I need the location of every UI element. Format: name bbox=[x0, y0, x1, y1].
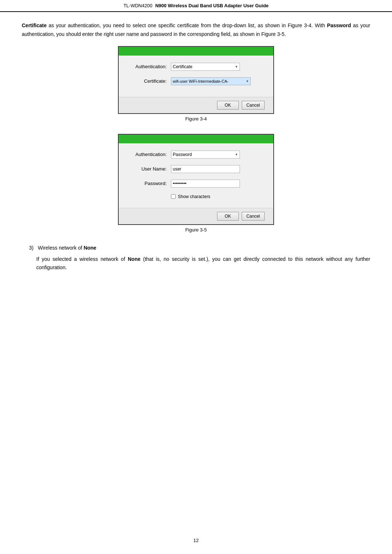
figure4-cert-select[interactable]: wifi-user WiFi-Intermediate-CA- bbox=[171, 77, 251, 85]
figure5-cancel-button[interactable]: Cancel bbox=[242, 212, 265, 221]
figure5-password-label: Password: bbox=[127, 181, 171, 186]
figure5-username-row: User Name: bbox=[127, 165, 265, 173]
none-bold-heading: None bbox=[83, 245, 96, 251]
figure4-body: Authentication: Certificate Password Non… bbox=[119, 56, 273, 97]
figure5-auth-row: Authentication: Certificate Password Non… bbox=[127, 151, 265, 159]
figure5-ok-button[interactable]: OK bbox=[217, 212, 239, 221]
page-container: TL-WDN4200 N900 Wireless Dual Band USB A… bbox=[0, 0, 392, 554]
figure5-showchars-row: Show characters bbox=[127, 194, 265, 199]
header-model: TL-WDN4200 bbox=[123, 3, 152, 8]
intro-text-1: as your authentication, you need to sele… bbox=[49, 22, 327, 28]
page-number: 12 bbox=[0, 538, 392, 543]
figure5-auth-select-wrapper[interactable]: Certificate Password None bbox=[171, 151, 240, 159]
figure4-auth-control[interactable]: Certificate Password None bbox=[171, 63, 265, 71]
figure4-auth-row: Authentication: Certificate Password Non… bbox=[127, 63, 265, 71]
section3-heading-text: Wireless network of None bbox=[38, 245, 96, 251]
figure5-footer: OK Cancel bbox=[119, 208, 273, 224]
figure5-auth-select[interactable]: Certificate Password None bbox=[171, 151, 240, 159]
none-bold-body: None bbox=[128, 256, 140, 262]
figure5-body: Authentication: Certificate Password Non… bbox=[119, 143, 273, 208]
figure5-username-input[interactable] bbox=[171, 165, 240, 173]
figure5-username-control[interactable] bbox=[171, 165, 265, 173]
page-header: TL-WDN4200 N900 Wireless Dual Band USB A… bbox=[0, 0, 392, 12]
figure4-cancel-button[interactable]: Cancel bbox=[242, 101, 265, 110]
cert-bold-1: Certificate bbox=[22, 22, 46, 28]
figure5-auth-control[interactable]: Certificate Password None bbox=[171, 151, 265, 159]
figure4-cert-label: Certificate: bbox=[127, 78, 171, 84]
section3-body: If you selected a wireless network of No… bbox=[22, 255, 370, 272]
figure4-auth-select[interactable]: Certificate Password None bbox=[171, 63, 240, 71]
figure5-title-bar bbox=[119, 135, 273, 143]
figure4-cert-control[interactable]: wifi-user WiFi-Intermediate-CA- bbox=[171, 77, 265, 85]
figure4-cert-select-wrapper[interactable]: wifi-user WiFi-Intermediate-CA- bbox=[171, 77, 251, 85]
figure5-showchars-checkbox[interactable] bbox=[171, 194, 176, 199]
figure4-dialog: Authentication: Certificate Password Non… bbox=[118, 46, 274, 114]
figure5-password-input[interactable] bbox=[171, 180, 240, 188]
section3-number: 3) bbox=[29, 245, 33, 251]
figure5-password-control[interactable] bbox=[171, 180, 265, 188]
figure5-password-row: Password: bbox=[127, 180, 265, 188]
content-area: Certificate as your authentication, you … bbox=[0, 18, 392, 287]
figure4-title-bar bbox=[119, 47, 273, 56]
figure4-label: Figure 3-4 bbox=[185, 116, 207, 122]
figure5-username-label: User Name: bbox=[127, 166, 171, 172]
intro-paragraph: Certificate as your authentication, you … bbox=[22, 21, 370, 39]
figure4-cert-row: Certificate: wifi-user WiFi-Intermediate… bbox=[127, 77, 265, 85]
figure4-footer: OK Cancel bbox=[119, 97, 273, 113]
figure5-showchars-label: Show characters bbox=[178, 194, 210, 199]
figure5-dialog: Authentication: Certificate Password Non… bbox=[118, 134, 274, 225]
figure4-auth-select-wrapper[interactable]: Certificate Password None bbox=[171, 63, 240, 71]
header-title: N900 Wireless Dual Band USB Adapter User… bbox=[155, 3, 269, 8]
figure5-wrapper: Authentication: Certificate Password Non… bbox=[22, 134, 370, 241]
section3-heading: 3) Wireless network of None bbox=[22, 245, 370, 251]
figure4-auth-label: Authentication: bbox=[127, 64, 171, 69]
password-bold: Password bbox=[327, 22, 351, 28]
figure4-ok-button[interactable]: OK bbox=[217, 101, 239, 110]
section3-body-text1: If you selected a wireless network of bbox=[36, 256, 128, 262]
figure5-label: Figure 3-5 bbox=[185, 227, 207, 233]
figure4-wrapper: Authentication: Certificate Password Non… bbox=[22, 46, 370, 130]
figure5-auth-label: Authentication: bbox=[127, 152, 171, 157]
